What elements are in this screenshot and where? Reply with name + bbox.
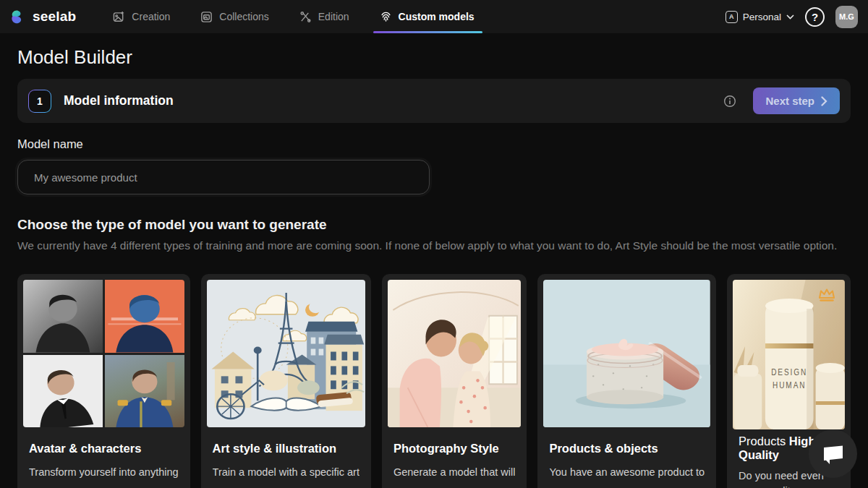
nav-label: Edition <box>318 11 349 22</box>
nav-item-custom-models[interactable]: Custom models <box>378 0 477 33</box>
image-plus-icon <box>113 11 125 23</box>
workspace-icon: A <box>726 11 738 23</box>
chevron-right-icon <box>821 96 827 106</box>
model-name-label: Model name <box>17 137 851 151</box>
card-title: Art style & illustration <box>213 442 359 455</box>
next-step-label: Next step <box>765 95 814 107</box>
workspace-selector[interactable]: A Personal <box>726 11 794 23</box>
chevron-down-icon <box>786 14 794 20</box>
brand-name: seelab <box>33 9 76 25</box>
card-avatar-characters[interactable]: Avatar & characters Transform yourself i… <box>17 274 190 488</box>
image-brand-text-line1: DESIGN <box>771 367 807 377</box>
chat-bubble-icon <box>821 443 846 465</box>
model-type-subheading: We currently have 4 different types of t… <box>17 239 851 252</box>
card-description: You have an awesome product to <box>549 465 705 480</box>
step-number-badge: 1 <box>28 90 51 113</box>
nav-label: Collections <box>219 11 268 22</box>
nav-item-creation[interactable]: Creation <box>111 0 172 33</box>
edition-tools-icon <box>299 11 312 23</box>
high-quality-card-image: DESIGN HUMAN <box>733 280 845 429</box>
brand-logo[interactable]: seelab <box>10 9 76 25</box>
photography-card-image <box>388 280 521 427</box>
nav-label: Custom models <box>399 11 475 22</box>
nav-item-edition[interactable]: Edition <box>297 0 352 33</box>
card-photography-style[interactable]: Photography Style Generate a model that … <box>382 274 527 488</box>
premium-crown-icon <box>817 287 836 306</box>
chat-launcher-button[interactable] <box>809 429 857 478</box>
card-description: Train a model with a specific art <box>213 465 359 480</box>
info-icon[interactable] <box>723 95 736 108</box>
step-title: Model information <box>64 93 174 108</box>
seelab-logo-icon <box>10 9 27 25</box>
help-button[interactable]: ? <box>805 7 825 27</box>
workspace-label: Personal <box>743 12 781 22</box>
main-nav: Creation Collections Editio <box>111 0 476 33</box>
navbar-right: A Personal ? M.G <box>726 6 858 28</box>
step-card: 1 Model information Next step <box>17 79 851 123</box>
model-type-heading: Choose the type of model you want to gen… <box>17 217 851 233</box>
products-card-image <box>543 280 710 427</box>
model-name-input[interactable] <box>17 160 430 194</box>
image-brand-text-line2: HUMAN <box>773 380 807 390</box>
card-art-style-illustration[interactable]: Art style & illustration Train a model w… <box>201 274 371 488</box>
page-title: Model Builder <box>17 46 851 69</box>
card-description: Transform yourself into anything <box>29 465 179 480</box>
avatar[interactable]: M.G <box>835 6 858 28</box>
main-content: Model Builder 1 Model information Next s… <box>0 46 868 488</box>
card-title: Photography Style <box>393 442 515 455</box>
collections-icon <box>200 11 213 23</box>
next-step-button[interactable]: Next step <box>753 87 840 114</box>
fingerprint-icon <box>380 11 392 23</box>
nav-label: Creation <box>132 11 170 22</box>
avatar-card-image <box>23 280 184 427</box>
card-products-objects[interactable]: Products & objects You have an awesome p… <box>537 274 716 488</box>
art-style-card-image <box>207 280 365 427</box>
card-title: Products & objects <box>549 442 705 455</box>
model-type-cards: Avatar & characters Transform yourself i… <box>17 274 851 488</box>
nav-item-collections[interactable]: Collections <box>198 0 271 33</box>
top-navbar: seelab Creation Collectio <box>0 0 868 33</box>
card-description: Generate a model that will <box>393 465 515 480</box>
card-title: Avatar & characters <box>29 442 179 455</box>
